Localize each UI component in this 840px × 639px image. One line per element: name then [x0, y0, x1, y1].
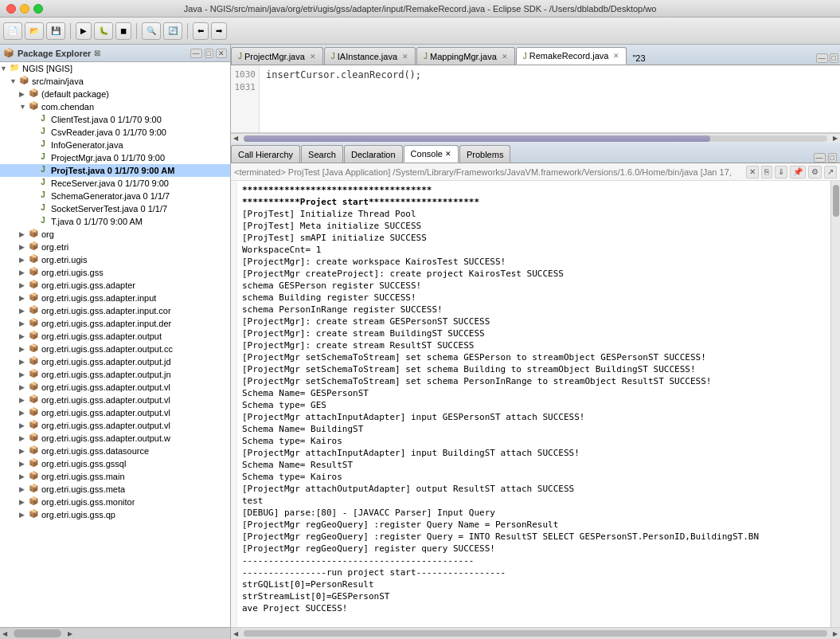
console-copy[interactable]: ⎘: [761, 166, 772, 178]
tree-item[interactable]: ▶📦org.etri.ugis.gss.main: [0, 470, 230, 483]
console-open-external[interactable]: ↗: [824, 166, 837, 178]
toolbar-save[interactable]: 💾: [46, 22, 65, 40]
tree-item[interactable]: ▶📦org.etri: [0, 241, 230, 253]
sidebar-scrollbar-h[interactable]: ◀ ▶: [0, 627, 230, 639]
bottom-tab-declaration[interactable]: Declaration: [344, 145, 403, 163]
tree-item[interactable]: JReceServer.java 0 1/1/70 9:00: [0, 177, 230, 190]
toolbar-run[interactable]: ▶: [76, 22, 92, 40]
toolbar-open[interactable]: 📂: [25, 22, 44, 40]
console-scroll-thumb-v[interactable]: [833, 185, 839, 217]
bottom-tab-problems[interactable]: Problems: [459, 145, 510, 163]
editor-scrollbar-h[interactable]: ◀ ▶: [231, 133, 840, 143]
editor-tab[interactable]: J ProjectMgr.java ✕: [231, 47, 323, 65]
close-button[interactable]: [6, 4, 16, 14]
toolbar-back[interactable]: ⬅: [193, 22, 209, 40]
tree-item[interactable]: ▶📦org.etri.ugis.gss.adapter.input.der: [0, 317, 230, 330]
toolbar-refresh[interactable]: 🔄: [163, 22, 182, 40]
console-area[interactable]: ****************************************…: [231, 181, 840, 627]
tree-item[interactable]: JT.java 0 1/1/70 9:00 AM: [0, 215, 230, 228]
tab-close-btn[interactable]: ✕: [613, 52, 619, 60]
tree-item[interactable]: ▶📦org.etri.ugis.gss.adapter.output: [0, 330, 230, 343]
toolbar-new[interactable]: 📄: [3, 22, 22, 40]
editor-scroll-right[interactable]: ▶: [830, 132, 840, 144]
tree-item[interactable]: ▶📦org.etri.ugis.gss.datasource: [0, 445, 230, 457]
package-icon: 📦: [27, 496, 40, 508]
console-line: [ProjectMgr regGeoQuery] :register Query…: [242, 519, 826, 531]
sidebar-close[interactable]: ✕: [216, 49, 227, 58]
bottom-tab-close[interactable]: ✕: [445, 150, 451, 158]
tree-item[interactable]: ▶📦org.etri.ugis: [0, 253, 230, 266]
minimize-button[interactable]: [20, 4, 29, 14]
tree-item[interactable]: ▶📦org.etri.ugis.gss.adapter.output.jd: [0, 355, 230, 368]
scroll-right-btn[interactable]: ▶: [65, 628, 75, 640]
bottom-minimize[interactable]: —: [814, 153, 826, 163]
tree-label: org.etri.ugis.gss.gssql: [41, 459, 126, 468]
bottom-tab-call-hierarchy[interactable]: Call Hierarchy: [231, 145, 300, 163]
console-line: Schema type= Kairos: [242, 471, 826, 483]
tab-close-btn[interactable]: ✕: [310, 53, 316, 61]
toolbar-stop[interactable]: ◼: [115, 22, 131, 40]
editor-tab-overflow[interactable]: "23: [627, 52, 650, 65]
sidebar-maximize[interactable]: □: [205, 49, 213, 58]
tree-item[interactable]: ▶📦org.etri.ugis.gss.adapter: [0, 279, 230, 292]
tree-item[interactable]: ▶📦org.etri.ugis.gss.adapter.output.cc: [0, 343, 230, 355]
tree-item[interactable]: JCsvReader.java 0 1/1/70 9:00: [0, 126, 230, 139]
editor-tab[interactable]: J IAInstance.java ✕: [324, 47, 416, 65]
bottom-scroll-right[interactable]: ▶: [830, 628, 840, 640]
tree-item[interactable]: ▶📦org.etri.ugis.gss.adapter.output.jn: [0, 368, 230, 381]
code-line: insertCursor.cleanRecord();: [266, 69, 834, 81]
editor-code[interactable]: insertCursor.cleanRecord();: [260, 65, 840, 132]
scroll-thumb-h[interactable]: [14, 629, 61, 637]
editor-scroll-left[interactable]: ◀: [231, 132, 240, 144]
tree-item[interactable]: ▶📦org.etri.ugis.gss.meta: [0, 483, 230, 496]
sidebar-minimize[interactable]: —: [190, 49, 202, 58]
tree-item[interactable]: JInfoGenerator.java: [0, 139, 230, 151]
bottom-tab-search[interactable]: Search: [301, 145, 343, 163]
tree-item[interactable]: ▶📦org.etri.ugis.gss.monitor: [0, 496, 230, 508]
tree-item[interactable]: ▶📦org.etri.ugis.gss: [0, 266, 230, 279]
sidebar-title: Package Explorer: [18, 49, 91, 58]
tree-item[interactable]: ▶📦org.etri.ugis.gss.adapter.output.vl: [0, 394, 230, 406]
tree-item[interactable]: ▼📦com.chendan: [0, 100, 230, 113]
tree-item[interactable]: ▶📦org.etri.ugis.gss.qp: [0, 508, 230, 521]
tree-label: org.etri.ugis.gss.adapter.output.w: [41, 433, 170, 443]
tree-item[interactable]: ▼📦src/main/java: [0, 75, 230, 88]
toolbar-search[interactable]: 🔍: [142, 22, 161, 40]
console-pin[interactable]: 📌: [790, 166, 806, 178]
tree-item[interactable]: JClientTest.java 0 1/1/70 9:00: [0, 113, 230, 126]
toolbar-forward[interactable]: ➡: [211, 22, 227, 40]
tree-item[interactable]: ▶📦org: [0, 228, 230, 241]
tree-item[interactable]: ▶📦org.etri.ugis.gss.adapter.output.vl: [0, 406, 230, 419]
bottom-scrollbar-h[interactable]: ◀ ▶: [231, 627, 840, 639]
tree-item[interactable]: ▶📦org.etri.ugis.gss.adapter.output.vl: [0, 419, 230, 432]
editor-tab[interactable]: J MappingMgr.java ✕: [416, 47, 515, 65]
tree-item[interactable]: ▶📦org.etri.ugis.gss.gssql: [0, 457, 230, 470]
bottom-maximize[interactable]: □: [828, 153, 837, 163]
editor-maximize[interactable]: □: [830, 53, 838, 63]
bottom-tab-console[interactable]: Console ✕: [404, 145, 459, 163]
tab-close-btn[interactable]: ✕: [402, 53, 408, 61]
tree-label: T.java 0 1/1/70 9:00 AM: [51, 217, 143, 226]
scroll-left-btn[interactable]: ◀: [0, 628, 10, 640]
console-clear[interactable]: ✕: [746, 166, 759, 178]
editor-scroll-thumb[interactable]: [244, 135, 710, 142]
tree-item[interactable]: ▶📦org.etri.ugis.gss.adapter.input: [0, 292, 230, 304]
editor-tab[interactable]: J RemakeRecord.java ✕: [516, 47, 627, 65]
tree-item[interactable]: JProjectMgr.java 0 1/1/70 9:00: [0, 151, 230, 164]
tree-item[interactable]: ▶📦(default package): [0, 88, 230, 100]
tree-item[interactable]: ▶📦org.etri.ugis.gss.adapter.input.cor: [0, 304, 230, 317]
tree-item[interactable]: ▼📁NGIS [NGIS]: [0, 62, 230, 75]
toolbar-debug[interactable]: 🐛: [94, 22, 113, 40]
tree-item[interactable]: ▶📦org.etri.ugis.gss.adapter.output.w: [0, 432, 230, 445]
console-scroll-lock[interactable]: ⇓: [775, 166, 787, 178]
tree-item[interactable]: JProjTest.java 0 1/1/70 9:00 AM: [0, 164, 230, 177]
console-settings[interactable]: ⚙: [808, 166, 822, 178]
bottom-scroll-left[interactable]: ◀: [231, 628, 240, 640]
maximize-button[interactable]: [33, 4, 43, 14]
tree-item[interactable]: ▶📦org.etri.ugis.gss.adapter.output.vl: [0, 381, 230, 394]
editor-minimize[interactable]: —: [816, 53, 828, 63]
tree-item[interactable]: JSchemaGenerator.java 0 1/1/7: [0, 190, 230, 202]
console-scrollbar-v[interactable]: [830, 181, 840, 627]
tree-item[interactable]: JSocketServerTest.java 0 1/1/7: [0, 202, 230, 215]
tab-close-btn[interactable]: ✕: [502, 53, 508, 61]
